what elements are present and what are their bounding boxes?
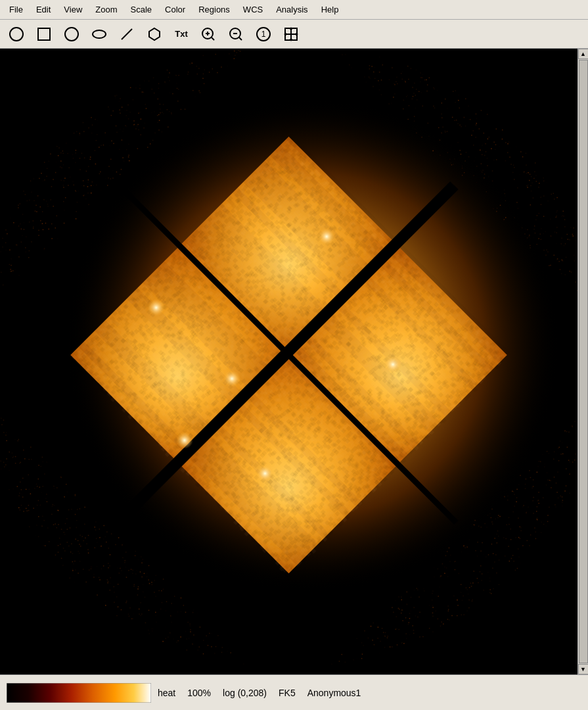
status-text: heat 100% log (0,208) FK5 Anonymous1 (158, 688, 361, 698)
scroll-down-button[interactable]: ▼ (578, 664, 589, 674)
main-area: ▲ ▼ (0, 49, 588, 674)
colorbar-canvas (7, 683, 151, 703)
menubar: FileEditViewZoomScaleColorRegionsWCSAnal… (0, 0, 588, 20)
text-tool[interactable]: Txt (170, 23, 193, 45)
circle-tool2[interactable] (59, 23, 84, 45)
ellipse-tool[interactable] (87, 23, 112, 45)
scroll-up-button[interactable]: ▲ (578, 49, 589, 59)
zoom-out-tool[interactable] (223, 23, 248, 45)
menu-item-scale[interactable]: Scale (124, 3, 159, 16)
menu-item-analysis[interactable]: Analysis (269, 3, 314, 16)
zoom-label: 100% (187, 688, 211, 698)
svg-marker-5 (149, 28, 160, 40)
statusbar: heat 100% log (0,208) FK5 Anonymous1 (0, 674, 588, 710)
colorbar-container: heat 100% log (0,208) FK5 Anonymous1 (7, 683, 581, 703)
zoom-in-tool[interactable] (196, 23, 221, 45)
zoom-reset-tool[interactable]: 1 (251, 23, 276, 45)
astro-image-canvas (0, 49, 577, 674)
line-tool[interactable] (114, 23, 139, 45)
wcs-label: FK5 (279, 688, 296, 698)
svg-line-9 (212, 37, 215, 40)
menu-item-wcs[interactable]: WCS (237, 3, 269, 16)
menu-item-regions[interactable]: Regions (192, 3, 237, 16)
menu-item-edit[interactable]: Edit (30, 3, 57, 16)
polygon-tool[interactable] (142, 23, 167, 45)
svg-rect-1 (38, 28, 50, 40)
svg-line-4 (122, 29, 132, 39)
menu-item-help[interactable]: Help (315, 3, 346, 16)
menu-item-zoom[interactable]: Zoom (89, 3, 124, 16)
svg-point-0 (10, 28, 23, 41)
scale-label: log (0,208) (223, 688, 267, 698)
filename-label: Anonymous1 (307, 688, 361, 698)
svg-text:1: 1 (261, 30, 266, 39)
toolbar: Txt 1 (0, 20, 588, 49)
colormap-label: heat (158, 688, 175, 698)
image-canvas-container[interactable] (0, 49, 577, 674)
rectangle-tool[interactable] (32, 23, 57, 45)
svg-point-3 (93, 30, 106, 38)
svg-line-12 (239, 37, 242, 40)
scroll-track[interactable] (579, 60, 588, 663)
circle-tool[interactable] (4, 23, 29, 45)
pan-tool[interactable] (279, 23, 304, 45)
menu-item-view[interactable]: View (57, 3, 89, 16)
vertical-scrollbar[interactable]: ▲ ▼ (577, 49, 588, 674)
svg-point-2 (65, 28, 78, 41)
menu-item-file[interactable]: File (3, 3, 30, 16)
menu-item-color[interactable]: Color (158, 3, 192, 16)
